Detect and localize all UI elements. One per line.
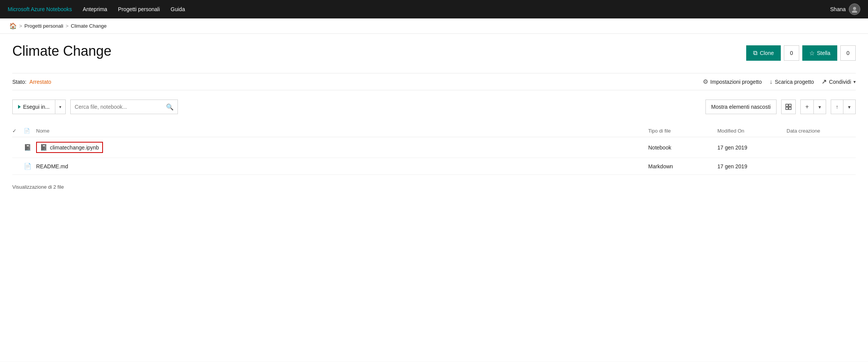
nav-preview[interactable]: Anteprima — [83, 5, 107, 14]
breadcrumb-sep-2: > — [66, 23, 69, 29]
sort-icon: ↑ — [836, 104, 838, 110]
footer-text: Visualizzazione di 2 file — [12, 184, 856, 190]
download-action[interactable]: Scarica progetto — [769, 78, 814, 85]
breadcrumb: 🏠 > Progetti personali > Climate Change — [0, 18, 868, 34]
row-check — [12, 137, 24, 158]
status-value: Arrestato — [30, 79, 51, 85]
main-content: Climate Change ⧉ Clone 0 ☆ Stella 0 Stat… — [0, 34, 868, 362]
user-avatar[interactable] — [849, 3, 860, 15]
new-chevron-icon: ▾ — [818, 104, 821, 110]
status-left: Stato: Arrestato — [12, 79, 51, 85]
file-table: ✓ 📄 Nome Tipo di file Modified On Data c… — [12, 125, 856, 175]
top-navigation: Microsoft Azure Notebooks Anteprima Prog… — [0, 0, 868, 18]
clone-button[interactable]: ⧉ Clone — [746, 45, 781, 61]
run-button-group: Esegui in... ▾ — [12, 100, 66, 114]
search-input[interactable] — [75, 104, 163, 110]
row-created — [787, 158, 856, 175]
project-title: Climate Change — [12, 43, 111, 59]
doc-icon: 📄 — [24, 163, 32, 169]
project-header: Climate Change ⧉ Clone 0 ☆ Stella 0 — [12, 43, 856, 67]
download-label: Scarica progetto — [775, 79, 814, 85]
hidden-label: Mostra elementi nascosti — [711, 104, 771, 110]
col-created-header: Data creazione — [787, 125, 856, 137]
notebook-icon: 📓 — [24, 144, 32, 151]
svg-point-1 — [852, 10, 857, 13]
run-main-button[interactable]: Esegui in... — [13, 100, 55, 114]
share-chevron-icon: ▾ — [853, 79, 856, 85]
col-check-header: ✓ — [12, 125, 24, 137]
svg-rect-3 — [789, 104, 791, 106]
chevron-down-icon: ▾ — [59, 105, 61, 110]
breadcrumb-current: Climate Change — [71, 23, 106, 29]
star-icon: ☆ — [809, 50, 815, 57]
run-dropdown-button[interactable]: ▾ — [55, 100, 65, 114]
grid-view-button[interactable] — [781, 100, 796, 114]
user-name: Shana — [830, 6, 846, 12]
status-right: Impostazioni progetto Scarica progetto C… — [703, 78, 856, 85]
new-button-group: + ▾ — [800, 100, 826, 114]
brand-link[interactable]: Microsoft Azure Notebooks — [8, 6, 72, 12]
share-label: Condividi — [829, 79, 851, 85]
svg-rect-5 — [789, 107, 791, 110]
new-dropdown-button[interactable]: ▾ — [814, 100, 826, 114]
search-icon[interactable]: 🔍 — [166, 103, 174, 111]
row-check — [12, 158, 24, 175]
new-item-button[interactable]: + — [801, 100, 814, 114]
sort-chevron-icon: ▾ — [848, 104, 851, 110]
col-modified-header: Modified On — [717, 125, 787, 137]
plus-icon: + — [805, 103, 809, 110]
clone-icon: ⧉ — [753, 50, 757, 56]
row-file-icon: 📄 — [24, 158, 36, 175]
grid-icon — [785, 104, 792, 110]
row-file-type: Markdown — [648, 158, 717, 175]
table-row: 📄README.mdMarkdown17 gen 2019 — [12, 158, 856, 175]
breadcrumb-projects[interactable]: Progetti personali — [25, 23, 63, 29]
row-file-icon: 📓 — [24, 137, 36, 158]
file-name-link[interactable]: climatechange.ipynb — [50, 144, 99, 151]
file-type-icon: 📄 — [24, 128, 30, 134]
gear-icon — [703, 78, 708, 85]
share-action[interactable]: Condividi ▾ — [822, 78, 856, 85]
sort-button-group: ↑ ▾ — [831, 100, 856, 114]
run-label: Esegui in... — [23, 104, 50, 110]
row-modified: 17 gen 2019 — [717, 137, 787, 158]
file-name-link[interactable]: README.md — [36, 163, 68, 169]
row-name: 📓climatechange.ipynb — [36, 137, 648, 158]
svg-rect-4 — [786, 107, 788, 110]
status-bar: Stato: Arrestato Impostazioni progetto S… — [12, 73, 856, 90]
row-file-type: Notebook — [648, 137, 717, 158]
table-header-row: ✓ 📄 Nome Tipo di file Modified On Data c… — [12, 125, 856, 137]
nav-guide[interactable]: Guida — [171, 5, 185, 14]
search-box: 🔍 — [70, 100, 178, 114]
col-icon-header: 📄 — [24, 125, 36, 137]
status-label: Stato: — [12, 79, 27, 85]
sort-button[interactable]: ↑ — [831, 100, 843, 114]
play-icon — [18, 104, 21, 110]
sort-dropdown-button[interactable]: ▾ — [843, 100, 855, 114]
col-name-header: Nome — [36, 125, 648, 137]
notebook-file-icon: 📓 — [40, 144, 48, 151]
clone-count: 0 — [784, 45, 799, 61]
col-type-header: Tipo di file — [648, 125, 717, 137]
row-name: README.md — [36, 158, 648, 175]
star-label: Stella — [817, 50, 830, 56]
download-icon — [769, 78, 772, 85]
table-row: 📓📓climatechange.ipynbNotebook17 gen 2019 — [12, 137, 856, 158]
check-icon: ✓ — [12, 128, 17, 134]
share-icon — [822, 78, 827, 85]
settings-label: Impostazioni progetto — [710, 79, 762, 85]
star-count: 0 — [840, 45, 856, 61]
svg-rect-2 — [786, 104, 788, 106]
row-created — [787, 137, 856, 158]
breadcrumb-sep-1: > — [19, 23, 22, 29]
toolbar: Esegui in... ▾ 🔍 Mostra elementi nascost… — [12, 96, 856, 117]
row-modified: 17 gen 2019 — [717, 158, 787, 175]
user-menu[interactable]: Shana — [830, 3, 860, 15]
star-button[interactable]: ☆ Stella — [802, 45, 837, 61]
settings-action[interactable]: Impostazioni progetto — [703, 78, 762, 85]
show-hidden-button[interactable]: Mostra elementi nascosti — [705, 100, 777, 114]
svg-point-0 — [853, 7, 856, 10]
nav-projects[interactable]: Progetti personali — [118, 5, 160, 14]
home-icon[interactable]: 🏠 — [9, 22, 17, 30]
project-actions: ⧉ Clone 0 ☆ Stella 0 — [746, 45, 856, 61]
